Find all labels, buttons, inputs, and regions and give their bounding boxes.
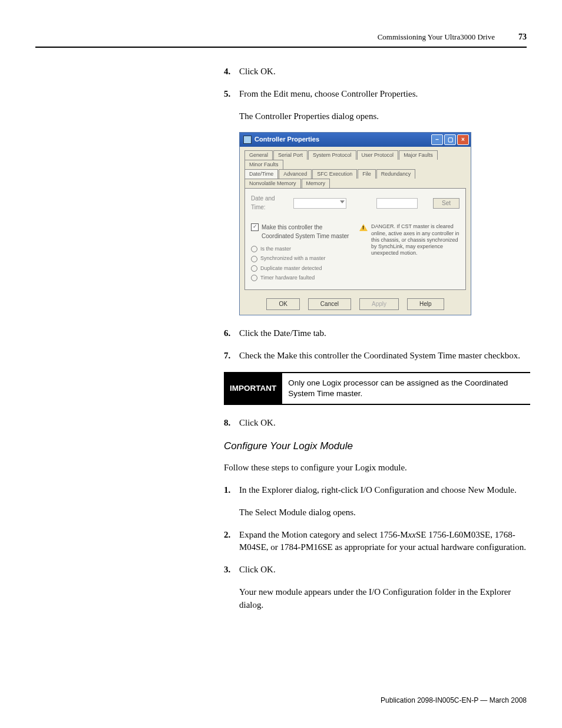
step-5: 5. From the Edit menu, choose Controller…	[224, 88, 530, 101]
close-icon[interactable]: ×	[457, 134, 469, 145]
cst-master-checkbox[interactable]: ✓ Make this controller the Coordinated S…	[251, 223, 351, 241]
step-number: 6.	[224, 327, 239, 340]
tab-nonvolatile-memory[interactable]: Nonvolatile Memory	[244, 179, 301, 188]
minimize-icon[interactable]: –	[431, 134, 443, 145]
page-number: 73	[518, 32, 527, 42]
controller-properties-dialog: Controller Properties – ▢ × General Seri…	[239, 132, 471, 315]
tab-serial-port[interactable]: Serial Port	[273, 150, 308, 160]
intro-paragraph: Follow these steps to configure your Log…	[224, 462, 530, 475]
checkbox-icon: ✓	[251, 223, 259, 231]
tabs-row-1: General Serial Port System Protocol User…	[244, 150, 466, 169]
tab-date-time[interactable]: Date/Time	[244, 169, 278, 179]
step-text: Click OK.	[239, 417, 530, 430]
step-text: In the Explorer dialog, right-click I/O …	[239, 484, 530, 497]
step-number: 8.	[224, 417, 239, 430]
step-number: 2.	[224, 529, 239, 555]
cfg-step-2: 2. Expand the Motion category and select…	[224, 529, 530, 555]
step-8: 8. Click OK.	[224, 417, 530, 430]
step-number: 3.	[224, 564, 239, 577]
ok-button[interactable]: OK	[266, 298, 299, 311]
maximize-icon[interactable]: ▢	[444, 134, 456, 145]
status-is-master: Is the master	[251, 245, 351, 253]
step-number: 1.	[224, 484, 239, 497]
step-text: Check the Make this controller the Coord…	[239, 350, 530, 363]
step-text: Expand the Motion category and select 17…	[239, 529, 530, 555]
tab-advanced[interactable]: Advanced	[279, 169, 312, 179]
status-dot-icon	[251, 265, 257, 272]
step-4: 4. Click OK.	[224, 65, 530, 78]
step-number: 4.	[224, 65, 239, 78]
help-button[interactable]: Help	[407, 298, 444, 311]
checkbox-label: Make this controller the Coordinated Sys…	[262, 223, 351, 241]
cfg-step-3-sub: Your new module appears under the I/O Co…	[239, 586, 530, 612]
step-text: Click OK.	[239, 65, 530, 78]
tabs-row-2: Date/Time Advanced SFC Execution File Re…	[244, 169, 466, 188]
step-5-sub: The Controller Properties dialog opens.	[239, 110, 530, 123]
cfg-step-3: 3. Click OK.	[224, 564, 530, 577]
cancel-button[interactable]: Cancel	[308, 298, 351, 311]
status-synchronized: Synchronized with a master	[251, 255, 351, 262]
main-content: 4. Click OK. 5. From the Edit menu, choo…	[224, 65, 530, 611]
cfg-step-1-sub: The Select Module dialog opens.	[239, 506, 530, 519]
time-field[interactable]	[376, 198, 418, 209]
tab-memory[interactable]: Memory	[302, 179, 330, 188]
step-text: Click the Date/Time tab.	[239, 327, 530, 340]
important-callout: IMPORTANT Only one Logix processor can b…	[224, 372, 530, 405]
tab-file[interactable]: File	[358, 169, 376, 179]
tab-sfc-execution[interactable]: SFC Execution	[312, 169, 357, 179]
status-duplicate: Duplicate master detected	[251, 265, 351, 272]
page-header: Commissioning Your Ultra3000 Drive 73	[35, 32, 527, 42]
date-dropdown[interactable]	[293, 198, 346, 209]
apply-button[interactable]: Apply	[359, 298, 399, 311]
date-time-label: Date and Time:	[251, 195, 290, 212]
section-subhead: Configure Your Logix Module	[224, 439, 530, 454]
status-dot-icon	[251, 246, 257, 252]
dialog-title: Controller Properties	[254, 135, 430, 144]
tab-user-protocol[interactable]: User Protocol	[357, 150, 399, 160]
step-text: From the Edit menu, choose Controller Pr…	[239, 88, 530, 101]
set-button[interactable]: Set	[433, 198, 459, 209]
tab-major-faults[interactable]: Major Faults	[399, 150, 438, 160]
tab-redundancy[interactable]: Redundancy	[376, 169, 416, 179]
status-dot-icon	[251, 275, 257, 281]
step-text: Click OK.	[239, 564, 530, 577]
step-6: 6. Click the Date/Time tab.	[224, 327, 530, 340]
status-dot-icon	[251, 256, 257, 262]
warning-icon	[359, 224, 368, 231]
app-icon	[243, 136, 252, 144]
status-faulted: Timer hardware faulted	[251, 274, 351, 282]
date-time-panel: Date and Time: Set ✓ Make this controlle…	[244, 188, 466, 289]
header-section: Commissioning Your Ultra3000 Drive	[378, 32, 495, 42]
important-label: IMPORTANT	[224, 373, 282, 404]
warning-block: DANGER. If CST master is cleared online,…	[359, 223, 459, 283]
header-rule	[35, 47, 527, 48]
page-footer: Publication 2098-IN005C-EN-P — March 200…	[381, 696, 527, 704]
step-7: 7. Check the Make this controller the Co…	[224, 350, 530, 363]
step-number: 5.	[224, 88, 239, 101]
tab-minor-faults[interactable]: Minor Faults	[244, 160, 283, 169]
tab-system-protocol[interactable]: System Protocol	[308, 150, 356, 160]
step-number: 7.	[224, 350, 239, 363]
cfg-step-1: 1. In the Explorer dialog, right-click I…	[224, 484, 530, 497]
warning-text: DANGER. If CST master is cleared online,…	[371, 223, 459, 283]
dialog-titlebar[interactable]: Controller Properties – ▢ ×	[240, 133, 471, 147]
tab-general[interactable]: General	[244, 150, 273, 160]
important-text: Only one Logix processor can be assigned…	[282, 373, 530, 404]
